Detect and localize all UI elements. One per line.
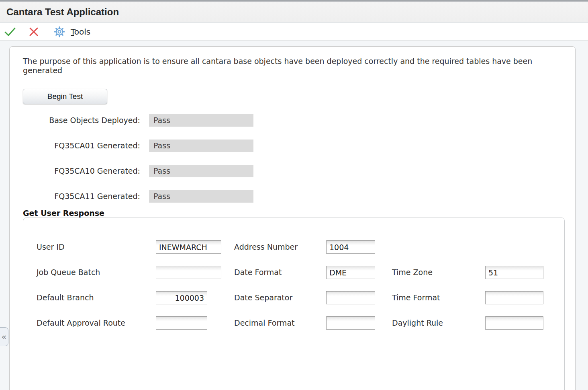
content-background: The purpose of this application is to en… — [0, 41, 588, 390]
label-job-queue-batch: Job Queue Batch — [37, 266, 100, 279]
status-value-fq35ca01: Pass — [149, 140, 253, 152]
gear-icon[interactable] — [53, 26, 65, 38]
label-daylight-rule: Daylight Rule — [392, 316, 443, 330]
section-title-get-user-response: Get User Response — [23, 209, 104, 218]
daylight-rule-field[interactable] — [485, 316, 543, 330]
default-approval-route-field[interactable] — [156, 316, 207, 330]
status-value-base-objects: Pass — [149, 114, 253, 127]
sidebar-collapse-handle[interactable]: « — [0, 327, 8, 346]
chevron-left-double-icon: « — [2, 332, 7, 342]
label-default-approval-route: Default Approval Route — [37, 316, 125, 330]
status-label-base-objects: Base Objects Deployed: — [23, 114, 140, 127]
user-id-field[interactable] — [156, 240, 221, 254]
status-label-fq35ca11: FQ35CA11 Generated: — [23, 190, 140, 203]
label-time-format: Time Format — [392, 291, 440, 304]
cancel-x-icon[interactable] — [27, 25, 40, 38]
user-response-groupbox: User ID Address Number Job Queue Batch D… — [23, 218, 565, 390]
tools-menu[interactable]: Tools — [71, 27, 90, 37]
date-format-field[interactable] — [326, 266, 375, 279]
time-zone-field[interactable] — [485, 266, 543, 279]
label-address-number: Address Number — [234, 240, 298, 254]
status-value-fq35ca11: Pass — [149, 190, 253, 203]
main-panel: The purpose of this application is to en… — [9, 46, 576, 390]
purpose-text: The purpose of this application is to en… — [23, 57, 545, 75]
decimal-format-field[interactable] — [326, 316, 375, 330]
status-label-fq35ca10: FQ35CA10 Generated: — [23, 165, 140, 177]
label-date-format: Date Format — [234, 266, 282, 279]
default-branch-field[interactable] — [156, 291, 207, 304]
ok-check-icon[interactable] — [4, 25, 16, 38]
status-value-fq35ca10: Pass — [149, 165, 253, 177]
title-bar: Cantara Test Application — [0, 2, 588, 23]
toolbar: Tools — [0, 23, 588, 41]
job-queue-batch-field[interactable] — [156, 266, 221, 279]
page-title: Cantara Test Application — [6, 6, 119, 18]
status-label-fq35ca01: FQ35CA01 Generated: — [23, 140, 140, 152]
time-format-field[interactable] — [485, 291, 543, 304]
label-user-id: User ID — [37, 240, 65, 254]
date-separator-field[interactable] — [326, 291, 375, 304]
label-date-separator: Date Separator — [234, 291, 292, 304]
begin-test-button[interactable]: Begin Test — [23, 89, 107, 104]
label-decimal-format: Decimal Format — [234, 316, 294, 330]
label-time-zone: Time Zone — [392, 266, 433, 279]
label-default-branch: Default Branch — [37, 291, 94, 304]
address-number-field[interactable] — [326, 240, 375, 254]
